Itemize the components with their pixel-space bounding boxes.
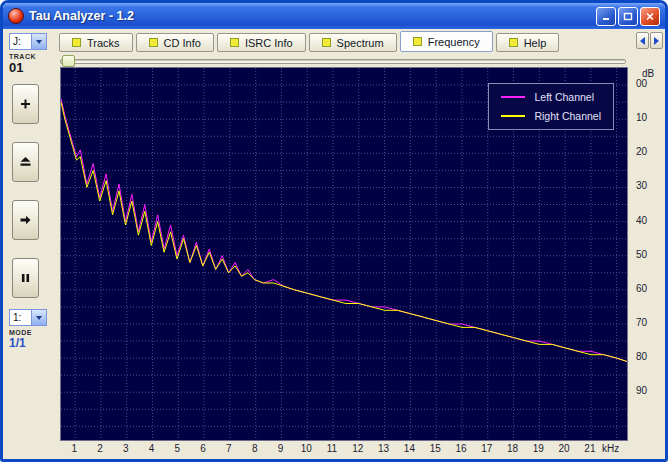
next-icon [19, 214, 32, 226]
mode-label: MODE [9, 329, 53, 336]
y-tick-label: 20 [636, 146, 647, 157]
slider-track[interactable] [60, 59, 626, 64]
transport-controls [12, 84, 53, 298]
x-tick-label: 2 [97, 443, 103, 454]
frequency-view: Left ChannelRight Channel dB001020304050… [53, 52, 665, 459]
drive-select-value: J: [10, 34, 31, 49]
tab-scroll [636, 32, 663, 49]
y-tick-label: 30 [636, 180, 647, 191]
plus-button[interactable] [12, 84, 39, 124]
window-controls [596, 7, 660, 26]
series-left-channel [61, 99, 627, 362]
y-tick-label: 10 [636, 112, 647, 123]
legend-item: Right Channel [501, 110, 601, 122]
tab-spectrum[interactable]: Spectrum [309, 33, 397, 52]
close-button[interactable] [640, 7, 660, 26]
tab-frequency[interactable]: Frequency [400, 31, 493, 52]
x-tick-label: 4 [149, 443, 155, 454]
y-tick-label: 40 [636, 215, 647, 226]
tab-led-icon [72, 38, 81, 47]
plot-wrap: Left ChannelRight Channel [60, 67, 628, 441]
tab-cd-info[interactable]: CD Info [136, 33, 214, 52]
y-tick-label: 50 [636, 249, 647, 260]
tab-led-icon [230, 38, 239, 47]
x-axis-labels: 123456789101112131415161718192021kHz [60, 441, 626, 457]
eject-icon [19, 156, 32, 168]
main-panel: TracksCD InfoISRC InfoSpectrumFrequencyH… [53, 29, 665, 459]
title-bar[interactable]: Tau Analyzer - 1.2 [3, 3, 665, 29]
chart-legend: Left ChannelRight Channel [488, 83, 614, 130]
tab-label: CD Info [164, 37, 201, 49]
tab-label: Frequency [428, 36, 480, 48]
minimize-icon [601, 12, 611, 21]
y-tick-label: 00 [636, 78, 647, 89]
x-tick-label: 1 [71, 443, 77, 454]
tab-bar-tabs: TracksCD InfoISRC InfoSpectrumFrequencyH… [59, 31, 562, 52]
x-tick-label: 6 [200, 443, 206, 454]
scroll-right-icon [654, 37, 659, 45]
y-tick-label: 80 [636, 351, 647, 362]
x-tick-label: 17 [481, 443, 492, 454]
minimize-button[interactable] [596, 7, 616, 26]
x-tick-label: 7 [226, 443, 232, 454]
x-tick-label: 8 [252, 443, 258, 454]
drive-select[interactable]: J: [9, 33, 47, 50]
tab-scroll-right-button[interactable] [650, 32, 663, 49]
tab-tracks[interactable]: Tracks [59, 33, 133, 52]
x-tick-label: 3 [123, 443, 129, 454]
chevron-down-icon[interactable] [31, 34, 46, 49]
tab-led-icon [322, 38, 331, 47]
maximize-icon [623, 12, 633, 21]
x-tick-label: 13 [378, 443, 389, 454]
tab-led-icon [509, 38, 518, 47]
mode-select[interactable]: 1: [9, 309, 47, 326]
x-tick-label: 11 [327, 443, 337, 454]
app-window: Tau Analyzer - 1.2 J: TRACK 01 1: MO [0, 0, 668, 462]
series-right-channel [61, 102, 627, 361]
sidebar: J: TRACK 01 1: MODE 1/1 [6, 29, 53, 459]
x-tick-label: 16 [455, 443, 466, 454]
pause-icon [19, 272, 32, 284]
chart-area: Left ChannelRight Channel dB001020304050… [60, 67, 665, 441]
plus-icon [19, 98, 32, 110]
legend-label: Left Channel [534, 91, 594, 103]
x-tick-label: 15 [430, 443, 441, 454]
y-axis-labels: dB00102030405060708090 [628, 67, 665, 441]
tab-led-icon [413, 37, 422, 46]
position-slider[interactable] [60, 54, 626, 67]
slider-thumb[interactable] [62, 55, 75, 67]
x-axis-unit: kHz [602, 443, 619, 454]
tab-scroll-left-button[interactable] [636, 32, 649, 49]
tab-label: ISRC Info [245, 37, 293, 49]
tab-isrc-info[interactable]: ISRC Info [217, 33, 306, 52]
track-label: TRACK [9, 53, 53, 60]
mode-value: 1/1 [9, 336, 53, 350]
legend-line-icon [501, 96, 525, 98]
tab-led-icon [149, 38, 158, 47]
tab-label: Help [524, 37, 547, 49]
x-tick-label: 12 [352, 443, 363, 454]
window-title: Tau Analyzer - 1.2 [29, 9, 591, 23]
maximize-button[interactable] [618, 7, 638, 26]
track-number: 01 [9, 60, 53, 75]
legend-label: Right Channel [534, 110, 601, 122]
legend-line-icon [501, 115, 525, 117]
scroll-left-icon [640, 37, 645, 45]
pause-button[interactable] [12, 258, 39, 298]
tab-label: Tracks [87, 37, 120, 49]
mode-select-value: 1: [10, 310, 31, 325]
x-tick-label: 10 [301, 443, 312, 454]
chevron-down-icon[interactable] [31, 310, 46, 325]
x-tick-label: 18 [507, 443, 518, 454]
tab-label: Spectrum [337, 37, 384, 49]
y-tick-label: 90 [636, 385, 647, 396]
x-tick-label: 19 [533, 443, 544, 454]
tab-help[interactable]: Help [496, 33, 560, 52]
eject-button[interactable] [12, 142, 39, 182]
next-button[interactable] [12, 200, 39, 240]
legend-item: Left Channel [501, 91, 601, 103]
x-tick-label: 20 [559, 443, 570, 454]
y-tick-label: 60 [636, 283, 647, 294]
app-icon[interactable] [8, 8, 24, 24]
mode-group: 1: MODE 1/1 [9, 309, 53, 350]
